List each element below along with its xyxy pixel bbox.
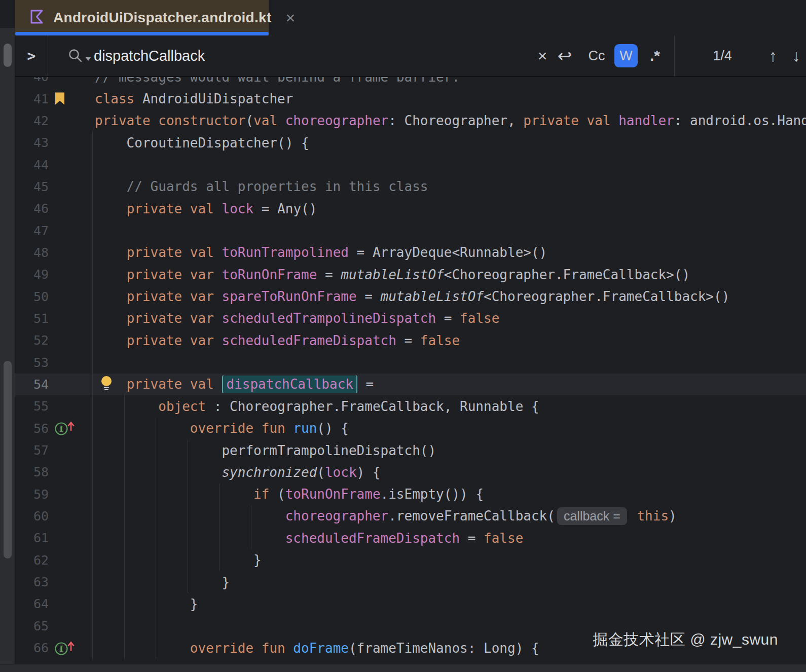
tab-close-icon[interactable]: × — [286, 10, 296, 26]
gutter-icon-slot — [49, 219, 95, 241]
line-number: 63 — [15, 575, 49, 589]
line-number: 50 — [15, 289, 49, 304]
line-number: 64 — [15, 596, 49, 611]
code-line-56[interactable]: 56I override fun run() { — [15, 418, 806, 439]
line-number: 42 — [15, 114, 49, 128]
search-icon[interactable] — [65, 35, 93, 76]
gutter-icon-slot — [49, 176, 95, 198]
line-number: 51 — [15, 311, 49, 326]
code-editor[interactable]: 40// messages would wait behind a frame … — [15, 77, 806, 664]
code-line-44[interactable]: 44 — [15, 154, 806, 175]
code-text: synchronized(lock) { — [95, 465, 806, 480]
editor-tab-bar: AndroidUiDispatcher.android.kt × — [15, 0, 806, 35]
gutter-icon-slot — [49, 308, 95, 329]
code-line-52[interactable]: 52 private var scheduledFrameDispatch = … — [15, 329, 806, 351]
gutter-icon-slot — [49, 549, 95, 571]
code-line-51[interactable]: 51 private var scheduledTrampolineDispat… — [15, 308, 806, 329]
line-number: 54 — [15, 377, 49, 392]
code-line-46[interactable]: 46 private val lock = Any() — [15, 198, 806, 219]
code-lines: 40// messages would wait behind a frame … — [15, 77, 806, 659]
code-text: private var spareToRunOnFrame = mutableL… — [95, 289, 806, 304]
search-input[interactable]: dispatchCallback — [94, 35, 205, 76]
gutter-icon-slot — [49, 527, 95, 549]
lightbulb-icon[interactable] — [100, 376, 113, 393]
gutter-icon-slot — [49, 285, 95, 307]
search-history-caret-icon[interactable] — [85, 57, 91, 61]
gutter-icon-slot — [49, 439, 95, 461]
code-text: CoroutineDispatcher() { — [95, 135, 806, 151]
match-case-toggle[interactable]: Cc — [583, 35, 610, 76]
code-text: private val lock = Any() — [95, 201, 806, 216]
gutter-icon-slot — [49, 593, 95, 615]
code-text: override fun run() { — [95, 421, 806, 436]
code-text: class AndroidUiDispatcher — [95, 91, 806, 106]
override-icon[interactable]: I — [49, 418, 95, 439]
expand-search-chevron-icon[interactable]: > — [15, 35, 48, 76]
code-line-53[interactable]: 53 — [15, 351, 806, 373]
code-line-50[interactable]: 50 private var spareToRunOnFrame = mutab… — [15, 285, 806, 307]
code-line-57[interactable]: 57 performTrampolineDispatch() — [15, 439, 806, 461]
gutter-icon-slot — [49, 615, 95, 637]
code-line-63[interactable]: 63 } — [15, 571, 806, 593]
code-line-43[interactable]: 43 CoroutineDispatcher() { — [15, 132, 806, 154]
tab-title: AndroidUiDispatcher.android.kt — [53, 10, 272, 26]
bottom-panel-edge — [0, 664, 806, 672]
code-text: private var scheduledFrameDispatch = fal… — [95, 333, 806, 348]
indent-guide — [219, 483, 219, 571]
code-line-41[interactable]: 41class AndroidUiDispatcher — [15, 88, 806, 109]
gutter-icon-slot — [49, 154, 95, 175]
code-text: private val toRunTrampolined = ArrayDequ… — [95, 245, 806, 260]
code-line-58[interactable]: 58 synchronized(lock) { — [15, 461, 806, 483]
line-number: 48 — [15, 245, 49, 260]
previous-match-arrow-icon[interactable]: ↑ — [761, 35, 785, 76]
line-number: 56 — [15, 421, 49, 436]
code-text: private var toRunOnFrame = mutableListOf… — [95, 267, 806, 282]
gutter-icon-slot — [49, 242, 95, 264]
code-line-55[interactable]: 55 object : Choreographer.FrameCallback,… — [15, 395, 806, 417]
code-line-49[interactable]: 49 private var toRunOnFrame = mutableLis… — [15, 264, 806, 285]
code-text: object : Choreographer.FrameCallback, Ru… — [95, 399, 806, 414]
code-line-62[interactable]: 62 } — [15, 549, 806, 571]
gutter-icon-slot — [49, 395, 95, 417]
scrollbar-thumb-main[interactable] — [4, 361, 12, 558]
code-text: } — [95, 596, 806, 612]
tab-androiduidispatcher[interactable]: AndroidUiDispatcher.android.kt × — [15, 0, 269, 35]
whole-words-toggle[interactable]: W — [614, 44, 638, 67]
gutter-icon-slot — [49, 483, 95, 505]
line-number: 52 — [15, 333, 49, 348]
code-line-60[interactable]: 60 choreographer.removeFrameCallback(cal… — [15, 505, 806, 527]
gutter-icon-slot — [49, 505, 95, 527]
bookmark-icon[interactable] — [49, 88, 95, 109]
line-number: 45 — [15, 179, 49, 194]
regex-toggle[interactable]: .* — [644, 35, 666, 76]
code-line-64[interactable]: 64 } — [15, 593, 806, 615]
code-line-47[interactable]: 47 — [15, 219, 806, 241]
line-number: 44 — [15, 158, 49, 172]
line-number: 46 — [15, 201, 49, 216]
code-line-59[interactable]: 59 if (toRunOnFrame.isEmpty()) { — [15, 483, 806, 505]
gutter-icon-slot — [49, 329, 95, 351]
line-number: 59 — [15, 487, 49, 502]
indent-guide — [92, 132, 93, 659]
code-line-45[interactable]: 45 // Guards all properties in this clas… — [15, 176, 806, 198]
gutter-icon-slot[interactable] — [49, 374, 95, 395]
line-number: 49 — [15, 267, 49, 282]
code-text: // messages would wait behind a frame ba… — [95, 77, 806, 85]
code-text: private constructor(val choreographer: C… — [95, 113, 806, 128]
override-icon[interactable]: I — [49, 637, 95, 659]
code-line-42[interactable]: 42private constructor(val choreographer:… — [15, 110, 806, 132]
line-number: 43 — [15, 135, 49, 150]
left-panel-strip — [0, 28, 15, 664]
clear-search-icon[interactable]: × — [531, 35, 554, 76]
newline-toggle-icon[interactable]: ↩ — [553, 35, 577, 76]
gutter-icon-slot — [49, 198, 95, 219]
code-line-54[interactable]: 54 private val dispatchCallback = — [15, 374, 806, 395]
scrollbar-thumb-top[interactable] — [4, 44, 12, 67]
code-line-48[interactable]: 48 private val toRunTrampolined = ArrayD… — [15, 242, 806, 264]
code-line-61[interactable]: 61 scheduledFrameDispatch = false — [15, 527, 806, 549]
watermark: 掘金技术社区 @ zjw_swun — [593, 629, 778, 650]
code-line-40[interactable]: 40// messages would wait behind a frame … — [15, 77, 806, 88]
next-match-arrow-icon[interactable]: ↓ — [785, 35, 806, 76]
gutter-icon-slot — [49, 461, 95, 483]
line-number: 47 — [15, 223, 49, 238]
